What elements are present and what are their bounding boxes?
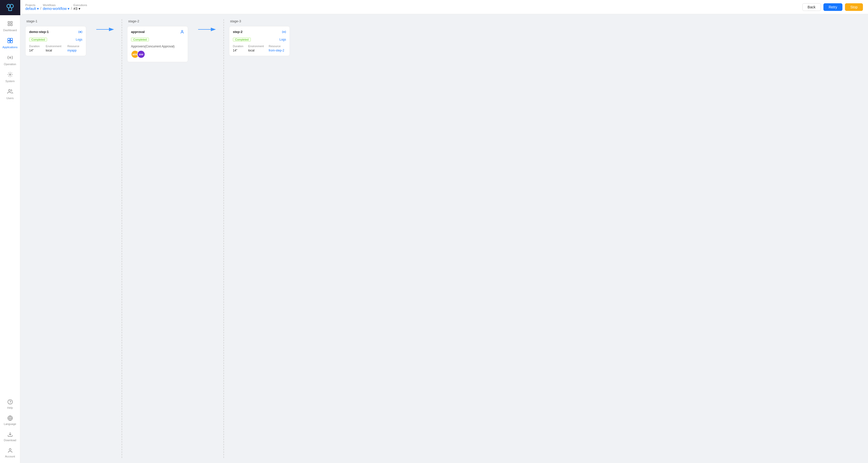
sidebar-item-operation[interactable]: Operation: [0, 52, 20, 69]
avatar-user: use: [137, 50, 145, 58]
system-icon: [7, 72, 13, 79]
users-icon: [7, 89, 13, 95]
projects-label: Projects: [25, 4, 39, 7]
sidebar-item-users[interactable]: Users: [0, 86, 20, 103]
sidebar-item-users-label: Users: [6, 96, 14, 100]
help-icon: [7, 399, 13, 405]
sidebar-item-dashboard-label: Dashboard: [3, 29, 17, 32]
svg-rect-6: [10, 22, 12, 23]
svg-rect-11: [8, 41, 10, 43]
resource-value-3[interactable]: from-step-2: [269, 49, 286, 52]
step-card-header-3: step-2: [233, 30, 286, 35]
workflows-value-wrapper[interactable]: demo-workflow ▾: [43, 7, 69, 11]
workflows-value: demo-workflow: [43, 7, 67, 11]
stage-3-wrapper: stage-3 step-2 Completed Logs: [229, 19, 300, 458]
sidebar-item-language[interactable]: Language: [0, 412, 20, 429]
sidebar-item-system[interactable]: System: [0, 69, 20, 86]
workflows-label: Workflows: [43, 4, 69, 7]
language-icon: [7, 415, 13, 422]
executions-label: Executions: [73, 4, 87, 7]
logo: [0, 0, 20, 15]
svg-point-17: [10, 403, 10, 403]
step-status-row-3: Completed Logs: [233, 37, 286, 41]
step-meta-1: Duration Environment Resource 14" local …: [29, 45, 82, 52]
sidebar-item-download[interactable]: Download: [0, 429, 20, 445]
environment-label-3: Environment: [248, 45, 266, 48]
stage-divider-1: [122, 19, 122, 458]
sep-2: /: [71, 6, 72, 10]
workflow-canvas: stage-1 demo-step-1 Complet: [20, 14, 868, 463]
logs-link-3[interactable]: Logs: [279, 38, 286, 41]
connector-2: [198, 19, 218, 32]
header-actions: Back Retry Stop: [802, 3, 863, 11]
step-card-header-2: approval: [131, 30, 184, 35]
sidebar-bottom: Help Language Download: [0, 396, 20, 463]
step-meta-3: Duration Environment Resource 14" local …: [233, 45, 286, 52]
approvers-label: Approvers(Concurrent Approval): [131, 45, 184, 48]
stage-1-column: stage-1 demo-step-1 Complet: [25, 19, 96, 56]
arrow-svg-2: [198, 27, 218, 32]
step-card-step-2: step-2 Completed Logs Duration: [229, 26, 290, 56]
avatar-user-label: use: [139, 53, 143, 56]
step-name-2: approval: [131, 30, 145, 34]
svg-point-15: [8, 89, 10, 91]
account-icon: [7, 448, 13, 454]
logs-link-1[interactable]: Logs: [76, 38, 82, 41]
svg-point-14: [9, 74, 11, 75]
duration-label-3: Duration: [233, 45, 245, 48]
resource-label-1: Resource: [67, 45, 82, 48]
step-gear-icon-3: [282, 30, 286, 35]
breadcrumb-workflows: Workflows demo-workflow ▾: [43, 4, 69, 11]
step-status-row-1: Completed Logs: [29, 37, 82, 41]
stage-3-label: stage-3: [229, 19, 300, 23]
duration-value-3: 14": [233, 49, 245, 52]
projects-value-wrapper[interactable]: default ▾: [25, 7, 39, 11]
svg-point-21: [9, 448, 11, 450]
retry-button[interactable]: Retry: [824, 3, 842, 11]
sep-1: /: [40, 6, 41, 10]
svg-point-29: [283, 31, 284, 32]
executions-dropdown-icon: ▾: [79, 7, 80, 11]
arrow-svg-1: [96, 27, 117, 32]
sidebar-nav: Dashboard Applications Operation: [0, 15, 20, 396]
svg-point-13: [9, 57, 11, 58]
breadcrumb-executions: Executions #3 ▾: [73, 4, 87, 11]
header: Projects default ▾ / Workflows demo-work…: [20, 0, 868, 14]
stage-2-label: stage-2: [127, 19, 198, 23]
step-person-icon: [180, 30, 184, 35]
back-button[interactable]: Back: [802, 3, 821, 11]
sidebar-item-applications[interactable]: Applications: [0, 35, 20, 52]
step-name-1: demo-step-1: [29, 30, 49, 34]
approver-avatars: adm use: [131, 50, 184, 58]
svg-rect-12: [10, 41, 12, 43]
breadcrumb-projects: Projects default ▾: [25, 4, 39, 11]
applications-icon: [7, 38, 13, 45]
environment-value-1: local: [45, 49, 64, 52]
executions-value-wrapper[interactable]: #3 ▾: [73, 7, 87, 11]
executions-value: #3: [73, 7, 78, 11]
environment-value-3: local: [248, 49, 266, 52]
breadcrumb: Projects default ▾ / Workflows demo-work…: [25, 4, 800, 11]
resource-value-1[interactable]: myapp: [67, 49, 82, 52]
step-card-demo-step-1: demo-step-1 Completed Logs: [25, 26, 86, 56]
sidebar: Dashboard Applications Operation: [0, 0, 20, 463]
sidebar-item-help[interactable]: Help: [0, 396, 20, 412]
sidebar-item-download-label: Download: [4, 439, 16, 442]
svg-rect-9: [8, 38, 10, 40]
stop-button[interactable]: Stop: [845, 3, 863, 11]
sidebar-item-operation-label: Operation: [4, 63, 16, 66]
step-name-3: step-2: [233, 30, 243, 34]
status-badge-3: Completed: [233, 37, 251, 41]
duration-value-1: 14": [29, 49, 42, 52]
approval-section: Approvers(Concurrent Approval) adm use: [131, 45, 184, 58]
svg-rect-7: [8, 24, 9, 26]
projects-dropdown-icon: ▾: [37, 7, 39, 11]
download-icon: [7, 432, 13, 438]
stage-3-column: stage-3 step-2 Completed Logs: [229, 19, 300, 56]
sidebar-item-account[interactable]: Account: [0, 445, 20, 461]
sidebar-item-dashboard[interactable]: Dashboard: [0, 18, 20, 35]
connector-1: [96, 19, 117, 32]
workflows-dropdown-icon: ▾: [68, 7, 69, 11]
svg-point-26: [181, 30, 183, 32]
stage-divider-2: [223, 19, 224, 458]
